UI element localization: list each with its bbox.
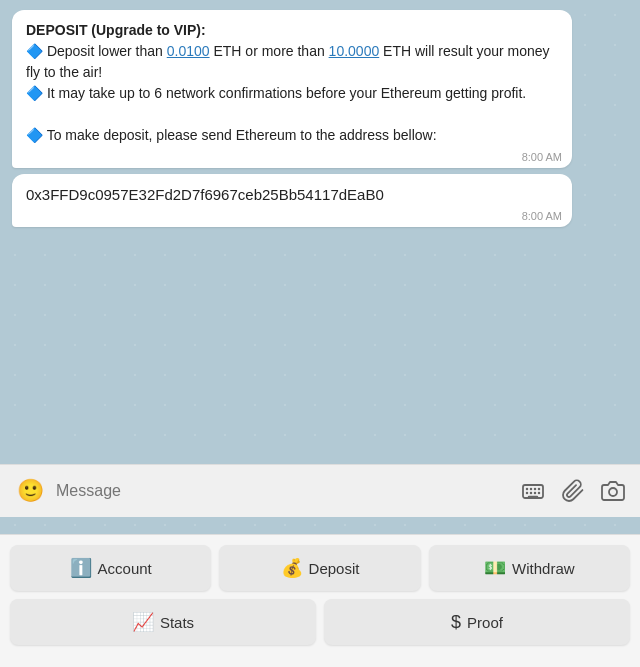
message-title: DEPOSIT (Upgrade to VIP): — [26, 22, 206, 38]
message-input[interactable] — [56, 482, 510, 500]
proof-button[interactable]: $ Proof — [324, 599, 630, 645]
stats-button[interactable]: 📈 Stats — [10, 599, 316, 645]
emoji-button[interactable]: 🙂 — [12, 473, 48, 509]
deposit-label: Deposit — [309, 560, 360, 577]
message-input-area: 🙂 — [0, 464, 640, 517]
account-icon: ℹ️ — [70, 557, 92, 579]
message-bubble-1: DEPOSIT (Upgrade to VIP): 🔷 Deposit lowe… — [12, 10, 572, 168]
withdraw-label: Withdraw — [512, 560, 575, 577]
eth-link-1[interactable]: 0.0100 — [167, 43, 210, 59]
diamond-icon-3: 🔷 — [26, 127, 43, 143]
diamond-icon-2: 🔷 — [26, 85, 43, 101]
chat-area: DEPOSIT (Upgrade to VIP): 🔷 Deposit lowe… — [0, 0, 640, 237]
deposit-button[interactable]: 💰 Deposit — [219, 545, 420, 591]
stats-icon: 📈 — [132, 611, 154, 633]
keyboard-icon[interactable] — [518, 476, 548, 506]
diamond-icon-1: 🔷 — [26, 43, 43, 59]
attachment-icon[interactable] — [558, 476, 588, 506]
input-icons — [518, 476, 628, 506]
eth-address: 0x3FFD9c0957E32Fd2D7f6967ceb25Bb54117dEa… — [26, 184, 558, 205]
bottom-buttons: ℹ️ Account 💰 Deposit 💵 Withdraw 📈 Stats … — [0, 534, 640, 667]
eth-link-2[interactable]: 10.0000 — [329, 43, 380, 59]
deposit-icon: 💰 — [281, 557, 303, 579]
button-row-1: ℹ️ Account 💰 Deposit 💵 Withdraw — [10, 545, 630, 591]
account-button[interactable]: ℹ️ Account — [10, 545, 211, 591]
camera-icon[interactable] — [598, 476, 628, 506]
proof-label: Proof — [467, 614, 503, 631]
svg-point-10 — [609, 488, 617, 496]
address-bubble: 0x3FFD9c0957E32Fd2D7f6967ceb25Bb54117dEa… — [12, 174, 572, 227]
message-text-1: DEPOSIT (Upgrade to VIP): 🔷 Deposit lowe… — [26, 20, 558, 146]
withdraw-icon: 💵 — [484, 557, 506, 579]
withdraw-button[interactable]: 💵 Withdraw — [429, 545, 630, 591]
button-row-2: 📈 Stats $ Proof — [10, 599, 630, 645]
account-label: Account — [98, 560, 152, 577]
message-time-2: 8:00 AM — [522, 210, 562, 222]
proof-icon: $ — [451, 612, 461, 633]
stats-label: Stats — [160, 614, 194, 631]
message-time-1: 8:00 AM — [522, 151, 562, 163]
